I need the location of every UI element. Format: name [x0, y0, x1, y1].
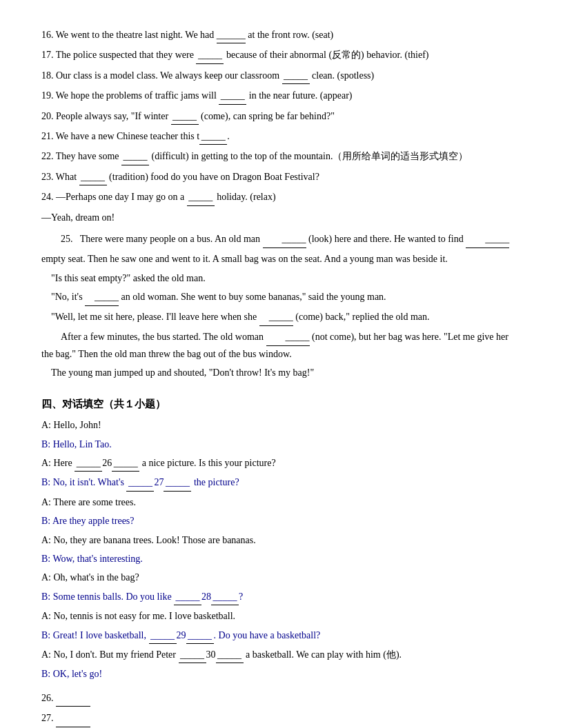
- dialogue-b1: B: Hello, Lin Tao.: [41, 437, 522, 452]
- question-25-container: 25. There were many people on a bus. An …: [41, 231, 522, 381]
- question-19: 19. We hope the problems of traffic jams…: [41, 88, 522, 104]
- section4-container: 四、对话填空（共１小题） A: Hello, John! B: Hello, L…: [41, 398, 522, 728]
- q24-answer-text: —Yeah, dream on!: [41, 212, 115, 223]
- dialogue-a6: A: No, tennis is not easy for me. I love…: [41, 609, 522, 624]
- q24-text: 24. —Perhaps one day I may go on a _____…: [41, 192, 276, 202]
- answer-27: 27.: [41, 711, 522, 727]
- question-16: 16. We went to the theatre last night. W…: [41, 28, 522, 43]
- dialogue-b2: B: No, it isn't. What's _____27_____ the…: [41, 475, 522, 491]
- q24-answer: —Yeah, dream on!: [41, 210, 522, 225]
- question-22: 22. They have some _____ (difficult) in …: [41, 149, 522, 165]
- q21-text: 21. We have a new Chinese teacher this t…: [41, 131, 230, 141]
- question-21: 21. We have a new Chinese teacher this t…: [41, 129, 522, 145]
- q25-line3: "Is this seat empty?" asked the old man.: [41, 270, 522, 287]
- q20-text: 20. People always say, "If winter _____ …: [41, 111, 335, 121]
- dialogue-b4: B: Wow, that's interesting.: [41, 552, 522, 567]
- q18-text: 18. Our class is a model class. We alway…: [41, 70, 374, 81]
- q17-text: 17. The police suspected that they were …: [41, 50, 428, 60]
- dialogue-a5: A: Oh, what's in the bag?: [41, 570, 522, 585]
- answer-26: 26.: [41, 691, 522, 707]
- q19-text: 19. We hope the problems of traffic jams…: [41, 90, 352, 101]
- q25-line4: "No, it's _____ an old woman. She went t…: [41, 289, 522, 306]
- question-24: 24. —Perhaps one day I may go on a _____…: [41, 190, 522, 205]
- dialogue-a1: A: Hello, John!: [41, 418, 522, 433]
- answer-lines: 26. 27. 28.: [41, 691, 522, 728]
- dialogue-a3: A: There are some trees.: [41, 495, 522, 510]
- q22-text: 22. They have some _____ (difficult) in …: [41, 151, 468, 161]
- question-18: 18. Our class is a model class. We alway…: [41, 68, 522, 84]
- q25-line7: The young man jumped up and shouted, "Do…: [41, 365, 522, 381]
- dialogue-b7: B: OK, let's go!: [41, 667, 522, 682]
- question-17: 17. The police suspected that they were …: [41, 48, 522, 63]
- dialogue-b6: B: Great! I love basketball, _____29____…: [41, 628, 522, 644]
- q25-line2: empty seat. Then he saw one and went to …: [41, 251, 522, 267]
- q25-line1: 25. There were many people on a bus. An …: [41, 231, 522, 248]
- section4-header: 四、对话填空（共１小题）: [41, 398, 522, 411]
- question-23: 23. What _____ (tradition) food do you h…: [41, 170, 522, 185]
- question-20: 20. People always say, "If winter _____ …: [41, 109, 522, 125]
- dialogue-a4: A: No, they are banana trees. Look! Thos…: [41, 533, 522, 548]
- q25-line5: "Well, let me sit here, please. I'll lea…: [41, 309, 522, 326]
- dialogue-a2: A: Here _____26_____ a nice picture. Is …: [41, 456, 522, 472]
- dialogue-a7: A: No, I don't. But my friend Peter ____…: [41, 647, 522, 663]
- dialogue-b5: B: Some tennis balls. Do you like _____2…: [41, 589, 522, 605]
- q16-text: 16. We went to the theatre last night. W…: [41, 30, 333, 40]
- dialogue-b3: B: Are they apple trees?: [41, 514, 522, 529]
- q25-line6: After a few minutes, the bus started. Th…: [41, 329, 522, 363]
- main-content: 16. We went to the theatre last night. W…: [41, 28, 522, 728]
- q23-text: 23. What _____ (tradition) food do you h…: [41, 172, 319, 182]
